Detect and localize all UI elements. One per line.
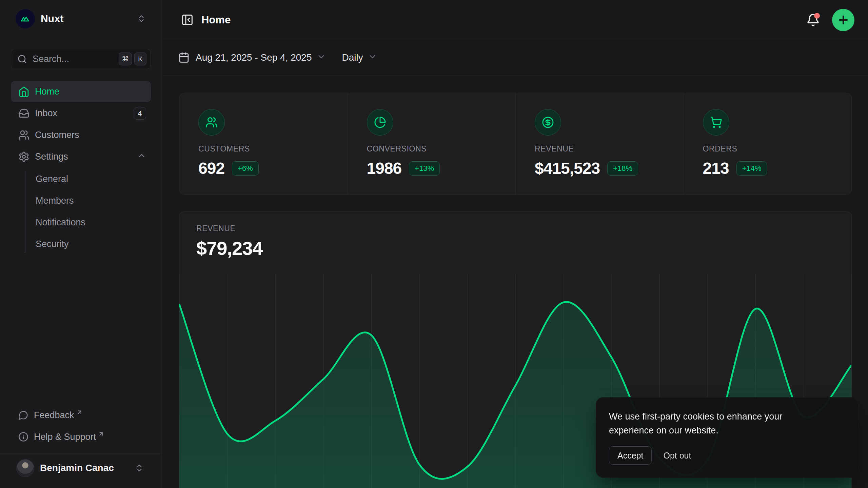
stat-value: 1986 <box>367 159 402 178</box>
stat-delta-badge: +6% <box>232 161 259 176</box>
sidebar-item-notifications[interactable]: Notifications <box>11 212 151 233</box>
granularity-value: Daily <box>342 52 363 63</box>
message-bubble-icon <box>18 410 28 420</box>
revenue-total: $79,234 <box>196 238 834 259</box>
notifications-button[interactable] <box>804 11 823 29</box>
user-menu[interactable]: Benjamin Canac <box>11 453 151 483</box>
sidebar-item-customers[interactable]: Customers <box>11 125 151 145</box>
date-range-value: Aug 21, 2025 - Sep 4, 2025 <box>196 52 312 63</box>
stat-label: CONVERSIONS <box>367 144 502 154</box>
calendar-icon <box>178 52 190 63</box>
settings-submenu: General Members Notifications Security <box>11 169 151 256</box>
header-actions <box>804 9 854 31</box>
submenu-guide-line <box>25 171 25 253</box>
accept-button[interactable]: Accept <box>609 446 652 465</box>
users-icon <box>198 109 225 136</box>
stat-card-revenue[interactable]: REVENUE $415,523 +18% <box>515 93 684 194</box>
stat-delta-badge: +14% <box>736 161 767 176</box>
plus-icon <box>837 14 850 26</box>
inbox-count-badge: 4 <box>134 107 146 120</box>
cookie-actions: Accept Opt out <box>609 446 844 465</box>
chevrons-up-down-icon[interactable] <box>134 11 149 26</box>
sidebar-item-settings[interactable]: Settings <box>11 146 151 167</box>
external-link-icon <box>76 407 83 418</box>
kbd-k: K <box>134 53 146 65</box>
search-input[interactable]: Search... ⌘ K <box>11 49 151 69</box>
stat-card-orders[interactable]: ORDERS 213 +14% <box>684 93 852 194</box>
filters-toolbar: Aug 21, 2025 - Sep 4, 2025 Daily <box>162 40 868 75</box>
opt-out-button[interactable]: Opt out <box>663 451 691 461</box>
sidebar-nav: Home Inbox 4 Customers <box>11 81 151 256</box>
users-icon <box>18 129 29 141</box>
external-link-icon <box>98 429 104 440</box>
revenue-label: REVENUE <box>196 224 834 233</box>
page-header: Home <box>162 0 868 40</box>
circle-dollar-icon <box>535 109 561 136</box>
stat-value: 213 <box>703 159 729 178</box>
stat-label: ORDERS <box>703 144 838 154</box>
stat-card-customers[interactable]: CUSTOMERS 692 +6% <box>179 93 348 194</box>
search-shortcut: ⌘ K <box>119 53 146 65</box>
help-support-link[interactable]: Help & Support <box>11 427 151 446</box>
stat-delta-badge: +13% <box>409 161 440 176</box>
nuxt-logo-icon <box>16 9 35 28</box>
chevron-down-icon <box>368 52 377 63</box>
revenue-card-header: REVENUE $79,234 <box>179 212 851 259</box>
stat-label: REVENUE <box>535 144 670 154</box>
sidebar-item-security[interactable]: Security <box>11 234 151 255</box>
cookie-banner: We use first-party cookies to enhance yo… <box>596 397 858 478</box>
chevron-up-icon <box>137 151 146 162</box>
home-icon <box>18 86 29 97</box>
search-placeholder: Search... <box>33 54 69 64</box>
avatar <box>16 459 34 477</box>
chevrons-up-down-icon <box>133 461 146 475</box>
cookie-message: We use first-party cookies to enhance yo… <box>609 410 816 438</box>
date-range-picker[interactable]: Aug 21, 2025 - Sep 4, 2025 <box>178 52 326 63</box>
chevron-down-icon <box>317 52 326 63</box>
add-button[interactable] <box>832 9 854 31</box>
stat-label: CUSTOMERS <box>198 144 334 154</box>
sidebar-collapse-button[interactable] <box>178 11 196 29</box>
workspace-name: Nuxt <box>41 13 63 24</box>
stats-row: CUSTOMERS 692 +6% CONVERSIONS 1986 <box>179 93 852 195</box>
panel-left-close-icon <box>181 14 194 26</box>
sidebar: Nuxt Search... ⌘ K Home <box>0 0 162 488</box>
sidebar-item-members[interactable]: Members <box>11 190 151 211</box>
workspace-switcher[interactable]: Nuxt <box>11 7 151 30</box>
inbox-icon <box>18 108 29 119</box>
shopping-cart-icon <box>703 109 729 136</box>
feedback-link[interactable]: Feedback <box>11 406 151 425</box>
sidebar-footer: Feedback Help & Support <box>11 406 151 446</box>
sidebar-spacer <box>11 256 151 406</box>
user-name: Benjamin Canac <box>40 463 114 473</box>
sidebar-item-general[interactable]: General <box>11 169 151 189</box>
sidebar-item-inbox[interactable]: Inbox 4 <box>11 103 151 124</box>
search-icon <box>17 54 27 64</box>
info-circle-icon <box>18 432 28 442</box>
sidebar-item-home[interactable]: Home <box>11 81 151 102</box>
page-title: Home <box>201 14 231 26</box>
stat-value: 692 <box>198 159 224 178</box>
gear-icon <box>18 151 29 162</box>
kbd-meta: ⌘ <box>119 53 132 65</box>
stat-card-conversions[interactable]: CONVERSIONS 1986 +13% <box>348 93 516 194</box>
stat-delta-badge: +18% <box>607 161 638 176</box>
stat-value: $415,523 <box>535 159 600 178</box>
granularity-select[interactable]: Daily <box>342 52 377 63</box>
notification-dot <box>814 13 820 19</box>
pie-chart-icon <box>367 109 393 136</box>
